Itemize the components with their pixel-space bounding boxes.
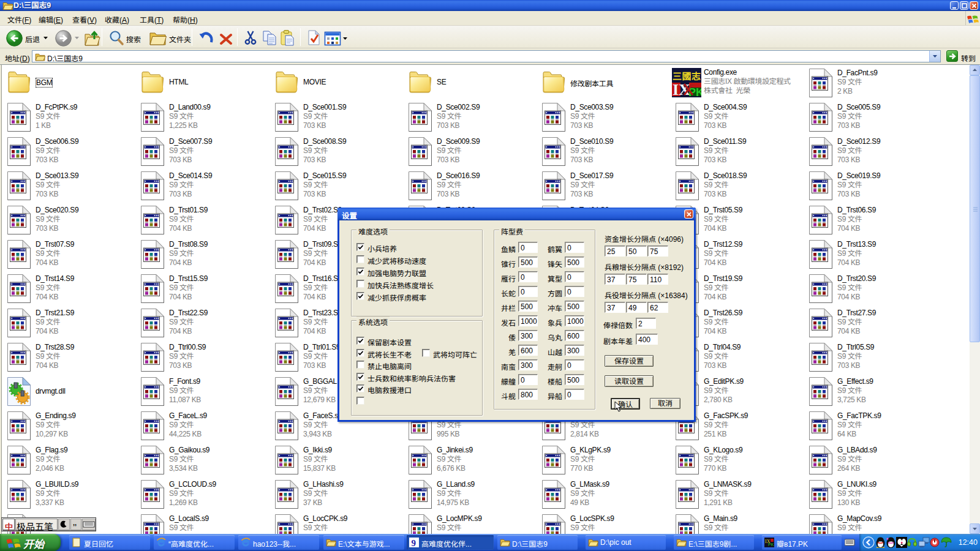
svg-text:9: 9 — [412, 538, 417, 548]
svg-text:PK: PK — [768, 542, 774, 547]
